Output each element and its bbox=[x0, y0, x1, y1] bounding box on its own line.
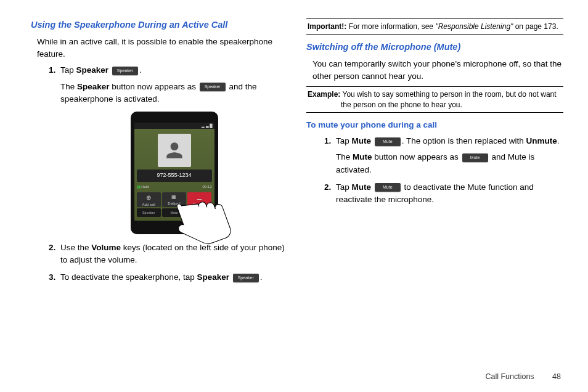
label-mute: Mute bbox=[352, 136, 372, 145]
text: To deactivate the speakerphone, tap bbox=[60, 272, 197, 282]
left-column: Using the Speakerphone During an Active … bbox=[31, 18, 288, 364]
call-status-row: ▮▮ Hold 00:12 bbox=[134, 183, 214, 191]
mute-step-2: Tap Mute Mute to deactivate the Mute fun… bbox=[333, 181, 563, 206]
label-unmute: Unmute bbox=[526, 136, 557, 145]
text: . bbox=[557, 136, 560, 145]
phone-number: 972-555-1234 bbox=[137, 169, 212, 182]
speaker-button-active-icon: Speaker bbox=[233, 274, 259, 282]
example-label: Example: bbox=[308, 90, 340, 99]
avatar-icon bbox=[158, 134, 191, 167]
speaker-button-inactive-icon: Speaker bbox=[112, 67, 138, 75]
mute-button-inactive-icon: Mute bbox=[375, 137, 401, 146]
text: Tap bbox=[336, 136, 352, 145]
text: Tap bbox=[60, 65, 76, 75]
text: button now appears as bbox=[372, 152, 461, 161]
phone-illustration: ▂ ▃ █ 972-555-1234 ▮▮ Hold 00:12 ⊕Add ca… bbox=[60, 112, 288, 234]
mute-button-active-icon: Mute bbox=[462, 153, 488, 162]
status-bar: ▂ ▃ █ bbox=[134, 123, 214, 129]
text: the person on the phone to hear you. bbox=[308, 100, 562, 110]
text: Use the bbox=[60, 243, 91, 252]
steps-mute: Tap Mute Mute. The option is then replac… bbox=[306, 135, 563, 206]
label-speaker: Speaker bbox=[197, 272, 229, 282]
text: The bbox=[336, 152, 353, 161]
text: on page 173. bbox=[513, 22, 558, 31]
speaker-screen-button: Speaker bbox=[137, 208, 161, 217]
speaker-button-active-icon: Speaker bbox=[200, 83, 226, 91]
important-label: Important!: bbox=[308, 22, 346, 31]
page-number: 48 bbox=[552, 372, 561, 381]
phone-frame: ▂ ▃ █ 972-555-1234 ▮▮ Hold 00:12 ⊕Add ca… bbox=[131, 112, 218, 234]
text: The bbox=[60, 82, 77, 91]
label-speaker: Speaker bbox=[77, 82, 110, 91]
label-mute: Mute bbox=[353, 152, 372, 161]
label-speaker: Speaker bbox=[76, 65, 109, 75]
step-3: To deactivate the speakerphone, tap Spea… bbox=[58, 271, 288, 284]
mute-button-active-icon: Mute bbox=[375, 183, 401, 192]
right-column: Important!: For more information, see "R… bbox=[306, 18, 563, 364]
section-title-speakerphone: Using the Speakerphone During an Active … bbox=[31, 18, 288, 32]
text: You wish to say something to person in t… bbox=[340, 90, 556, 99]
intro-mute: You can temporarily switch your phone's … bbox=[312, 58, 563, 83]
text: . bbox=[139, 65, 142, 75]
ref-responsible-listening: "Responsible Listening" bbox=[435, 22, 513, 31]
section-title-mute: Switching off the Microphone (Mute) bbox=[306, 41, 563, 54]
example-note: Example: You wish to say something to pe… bbox=[306, 86, 563, 112]
hand-pointing-icon bbox=[169, 191, 237, 253]
mute-step-1: Tap Mute Mute. The option is then replac… bbox=[333, 135, 563, 176]
important-note: Important!: For more information, see "R… bbox=[306, 18, 563, 35]
page-columns: Using the Speakerphone During an Active … bbox=[0, 0, 588, 376]
steps-speakerphone: Tap Speaker Speaker. The Speaker button … bbox=[31, 64, 288, 284]
subheading-mute-procedure: To mute your phone during a call bbox=[306, 119, 563, 131]
text: . The option is then replaced with bbox=[402, 136, 526, 145]
footer-section: Call Functions bbox=[485, 372, 534, 381]
label-volume: Volume bbox=[91, 243, 121, 252]
text: . bbox=[260, 272, 263, 282]
text: For more information, see bbox=[346, 22, 435, 31]
label-mute: Mute bbox=[352, 182, 372, 192]
text: button now appears as bbox=[110, 82, 198, 91]
intro-speakerphone: While in an active call, it is possible … bbox=[37, 36, 288, 61]
step-1: Tap Speaker Speaker. The Speaker button … bbox=[58, 64, 288, 234]
page-footer: Call Functions 48 bbox=[485, 372, 561, 381]
addcall-button: ⊕Add call bbox=[137, 192, 161, 207]
text: Tap bbox=[336, 182, 352, 192]
